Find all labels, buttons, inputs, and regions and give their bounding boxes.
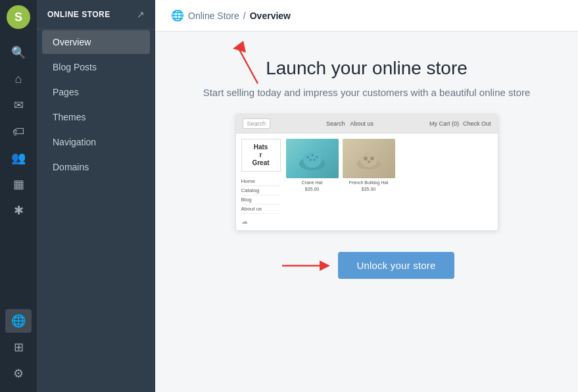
- preview-nav-list: Home Catalog Blog About us: [241, 177, 281, 214]
- svg-point-5: [309, 159, 311, 161]
- preview-nav-catalog: Catalog: [241, 186, 281, 195]
- preview-body: HatsrGreat Home Catalog Blog About us ☁: [236, 134, 498, 230]
- marketing-nav-icon[interactable]: ✱: [5, 199, 32, 222]
- unlock-store-button[interactable]: Unlock your store: [338, 252, 454, 279]
- preview-left-nav: HatsrGreat Home Catalog Blog About us ☁: [241, 139, 281, 225]
- product-2: French Bulldog Hat $35.00: [343, 139, 395, 191]
- breadcrumb: 🌐 Online Store / Overview: [155, 0, 578, 32]
- main-content: 🌐 Online Store / Overview Launch your on…: [155, 0, 578, 392]
- sidebar-item-pages[interactable]: Pages: [42, 80, 150, 104]
- external-link-icon[interactable]: ↗: [137, 9, 145, 20]
- search-nav-icon[interactable]: 🔍: [5, 41, 32, 64]
- arrow-right-icon: [279, 257, 331, 275]
- store-preview: Search Search About us My Cart (0) Check…: [235, 114, 498, 231]
- unlock-row: Unlock your store: [279, 252, 454, 279]
- sidebar-item-domains[interactable]: Domains: [42, 155, 150, 179]
- breadcrumb-current: Overview: [250, 11, 291, 21]
- svg-marker-15: [233, 41, 246, 53]
- content-wrapper: Launch your online store Start selling t…: [171, 58, 562, 279]
- sidebar-title: ONLINE STORE: [47, 10, 110, 19]
- preview-product-images: Crane Hat $35.00: [286, 139, 493, 191]
- product-2-name: French Bulldog Hat: [349, 180, 389, 185]
- preview-nav-home: Home: [241, 177, 281, 186]
- preview-nav-links: Search About us: [277, 120, 423, 127]
- product-1-image: [286, 139, 339, 178]
- preview-nav-search: Search: [326, 120, 345, 127]
- product-1: Crane Hat $35.00: [286, 139, 339, 191]
- orders-nav-icon[interactable]: ✉: [5, 93, 32, 117]
- svg-point-8: [360, 153, 377, 167]
- svg-marker-13: [320, 260, 330, 271]
- svg-point-9: [364, 157, 368, 160]
- preview-cart-count: My Cart (0): [429, 120, 459, 127]
- preview-topbar: Search Search About us My Cart (0) Check…: [236, 114, 498, 134]
- apps-nav-icon[interactable]: ⊞: [5, 335, 32, 359]
- preview-nav-blog: Blog: [241, 195, 281, 205]
- content-area: Launch your online store Start selling t…: [155, 32, 578, 392]
- products-nav-icon[interactable]: 🏷: [5, 120, 32, 143]
- preview-cart: My Cart (0) Check Out: [429, 120, 491, 127]
- preview-nav-about: About us: [350, 120, 374, 127]
- settings-nav-icon[interactable]: ⚙: [5, 362, 32, 385]
- product-1-price: $35.00: [305, 187, 319, 191]
- sidebar-item-overview[interactable]: Overview: [42, 30, 150, 54]
- preview-social-icon: ☁: [241, 218, 281, 225]
- icon-sidebar: S 🔍 ⌂ ✉ 🏷 👥 ▦ ✱ 🌐 ⊞ ⚙: [0, 0, 37, 392]
- launch-subtitle: Start selling today and impress your cus…: [203, 87, 531, 98]
- online-store-nav-icon[interactable]: 🌐: [5, 309, 32, 333]
- customers-nav-icon[interactable]: 👥: [5, 146, 32, 170]
- preview-logo-text: HatsrGreat: [246, 143, 276, 167]
- breadcrumb-section: Online Store: [188, 11, 239, 21]
- home-nav-icon[interactable]: ⌂: [5, 67, 32, 91]
- sidebar-item-blog-posts[interactable]: Blog Posts: [42, 55, 150, 79]
- preview-nav-aboutus: About us: [241, 205, 281, 214]
- sidebar-header: ONLINE STORE ↗: [37, 0, 155, 30]
- product-2-image: [343, 139, 395, 178]
- preview-logo: HatsrGreat: [241, 139, 281, 172]
- sidebar-item-navigation[interactable]: Navigation: [42, 130, 150, 154]
- sidebar-item-themes[interactable]: Themes: [42, 105, 150, 129]
- breadcrumb-separator: /: [243, 11, 246, 21]
- launch-title: Launch your online store: [266, 58, 468, 79]
- nav-sidebar: ONLINE STORE ↗ Overview Blog Posts Pages…: [37, 0, 155, 392]
- svg-point-4: [316, 157, 318, 159]
- preview-search: Search: [243, 118, 271, 129]
- preview-products: Crane Hat $35.00: [286, 139, 493, 225]
- svg-point-6: [313, 159, 315, 161]
- shopify-logo[interactable]: S: [7, 5, 30, 29]
- svg-point-2: [306, 157, 308, 159]
- globe-icon: 🌐: [171, 9, 184, 22]
- svg-point-11: [368, 160, 370, 163]
- preview-checkout: Check Out: [463, 120, 491, 127]
- product-2-price: $35.00: [362, 187, 375, 191]
- analytics-nav-icon[interactable]: ▦: [5, 172, 32, 196]
- svg-point-3: [311, 155, 313, 157]
- product-1-name: Crane Hat: [302, 180, 323, 185]
- svg-point-10: [370, 157, 374, 160]
